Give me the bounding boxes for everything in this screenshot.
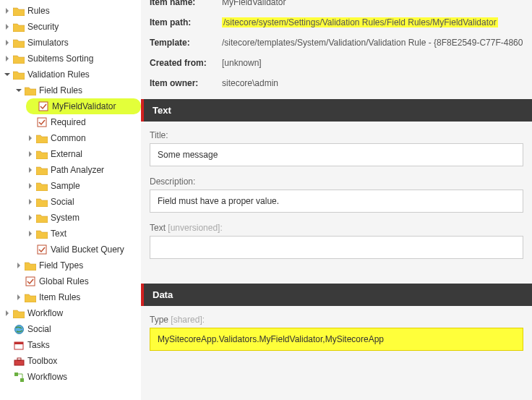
- tree-node-field-types[interactable]: Field Types: [14, 258, 141, 273]
- tree-node-text[interactable]: Text: [26, 226, 141, 242]
- chevron-right-icon[interactable]: [26, 182, 35, 190]
- type-label: Type [shared]:: [150, 315, 523, 325]
- tree-node-validation-rules[interactable]: Validation Rules: [3, 67, 141, 82]
- tree-node-field-rules[interactable]: Field Rules: [14, 82, 141, 98]
- chevron-right-icon[interactable]: [14, 293, 23, 302]
- chevron-right-icon[interactable]: [26, 197, 35, 206]
- tree-node-workflows[interactable]: Workflows: [3, 369, 141, 385]
- chevron-right-icon[interactable]: [3, 38, 12, 47]
- folder-icon: [13, 37, 25, 48]
- svg-rect-1: [38, 118, 46, 127]
- svg-rect-7: [14, 360, 24, 365]
- validator-icon: [36, 116, 48, 128]
- tree-node-tasks[interactable]: Tasks: [3, 337, 141, 353]
- chevron-right-icon[interactable]: [14, 261, 23, 270]
- title-input[interactable]: [150, 143, 523, 166]
- toolbox-icon: [13, 355, 25, 367]
- folder-icon: [36, 132, 48, 144]
- item-owner-label: Item owner:: [150, 78, 222, 88]
- tree-node-required[interactable]: Required: [26, 114, 141, 130]
- tree-node-toolbox[interactable]: Toolbox: [3, 353, 141, 369]
- folder-icon: [25, 292, 36, 303]
- folder-icon: [13, 21, 25, 33]
- chevron-right-icon[interactable]: [3, 22, 12, 31]
- chevron-down-icon[interactable]: [14, 86, 23, 95]
- calendar-icon: [13, 339, 25, 351]
- section-header-text[interactable]: Text: [141, 99, 532, 122]
- folder-icon: [36, 228, 48, 239]
- tree-node-system[interactable]: System: [26, 210, 141, 226]
- svg-rect-10: [20, 378, 24, 382]
- template-value: /sitecore/templates/System/Validation/Va…: [222, 38, 523, 48]
- svg-rect-8: [17, 358, 21, 360]
- folder-icon: [13, 53, 25, 64]
- globe-icon: [13, 323, 25, 335]
- chevron-right-icon[interactable]: [3, 7, 12, 15]
- created-from-label: Created from:: [150, 58, 222, 68]
- validator-icon: [38, 101, 49, 112]
- item-name-label: Item name:: [150, 0, 222, 7]
- folder-open-icon: [25, 85, 36, 96]
- chevron-right-icon[interactable]: [26, 166, 35, 174]
- validator-icon: [36, 244, 48, 255]
- description-input[interactable]: [150, 190, 523, 213]
- chevron-right-icon[interactable]: [26, 134, 35, 142]
- svg-rect-0: [39, 102, 48, 111]
- item-owner-value: sitecore\admin: [222, 78, 523, 88]
- folder-icon: [13, 307, 25, 319]
- item-name-value: MyFieldValidator: [222, 0, 523, 7]
- text-field-label: Text [unversioned]:: [150, 223, 523, 233]
- chevron-right-icon[interactable]: [3, 54, 12, 63]
- description-label: Description:: [150, 176, 523, 187]
- svg-rect-6: [14, 342, 23, 344]
- folder-icon: [36, 196, 48, 208]
- item-path-value: /sitecore/system/Settings/Validation Rul…: [222, 17, 498, 27]
- tree-node-path-analyzer[interactable]: Path Analyzer: [26, 162, 141, 178]
- tree-node-sample[interactable]: Sample: [26, 178, 141, 194]
- content-panel: Item name:MyFieldValidator Item path:/si…: [141, 0, 532, 400]
- created-from-value: [unknown]: [222, 58, 523, 68]
- folder-icon: [36, 148, 48, 160]
- tree-node-social2[interactable]: Social: [3, 321, 141, 337]
- svg-rect-2: [38, 245, 46, 254]
- tree-node-item-rules[interactable]: Item Rules: [14, 289, 141, 305]
- tree-node-subitems-sorting[interactable]: Subitems Sorting: [3, 51, 141, 67]
- folder-icon: [36, 164, 48, 176]
- workflow-icon: [13, 371, 25, 383]
- svg-rect-3: [26, 277, 35, 286]
- folder-open-icon: [13, 69, 25, 80]
- validator-icon: [25, 276, 36, 287]
- tree-node-security[interactable]: Security: [3, 19, 141, 35]
- folder-icon: [13, 5, 25, 17]
- section-header-data[interactable]: Data: [141, 284, 532, 306]
- folder-icon: [25, 260, 36, 271]
- tree-node-social[interactable]: Social: [26, 194, 141, 210]
- text-input[interactable]: [150, 236, 523, 259]
- svg-rect-9: [14, 373, 18, 376]
- tree-node-workflow[interactable]: Workflow: [3, 305, 141, 321]
- folder-icon: [36, 212, 48, 224]
- tree-node-simulators[interactable]: Simulators: [3, 35, 141, 51]
- tree-node-valid-bucket-query[interactable]: Valid Bucket Query: [26, 242, 141, 258]
- tree-node-rules[interactable]: Rules: [3, 3, 141, 19]
- title-label: Title:: [150, 130, 523, 140]
- template-label: Template:: [150, 38, 222, 48]
- svg-point-4: [14, 325, 23, 333]
- tree-node-global-rules[interactable]: Global Rules: [14, 273, 141, 289]
- type-input[interactable]: [150, 328, 523, 351]
- tree-node-common[interactable]: Common: [26, 130, 141, 146]
- chevron-right-icon[interactable]: [26, 213, 35, 222]
- content-tree: Rules Security Simulators Subitems Sorti…: [0, 0, 141, 400]
- chevron-right-icon[interactable]: [26, 150, 35, 158]
- tree-node-external[interactable]: External: [26, 146, 141, 162]
- item-path-label: Item path:: [150, 17, 222, 27]
- chevron-down-icon[interactable]: [3, 70, 12, 79]
- chevron-right-icon[interactable]: [26, 229, 35, 238]
- chevron-right-icon[interactable]: [3, 309, 12, 318]
- tree-node-my-field-validator[interactable]: MyFieldValidator: [26, 98, 141, 114]
- folder-icon: [36, 180, 48, 192]
